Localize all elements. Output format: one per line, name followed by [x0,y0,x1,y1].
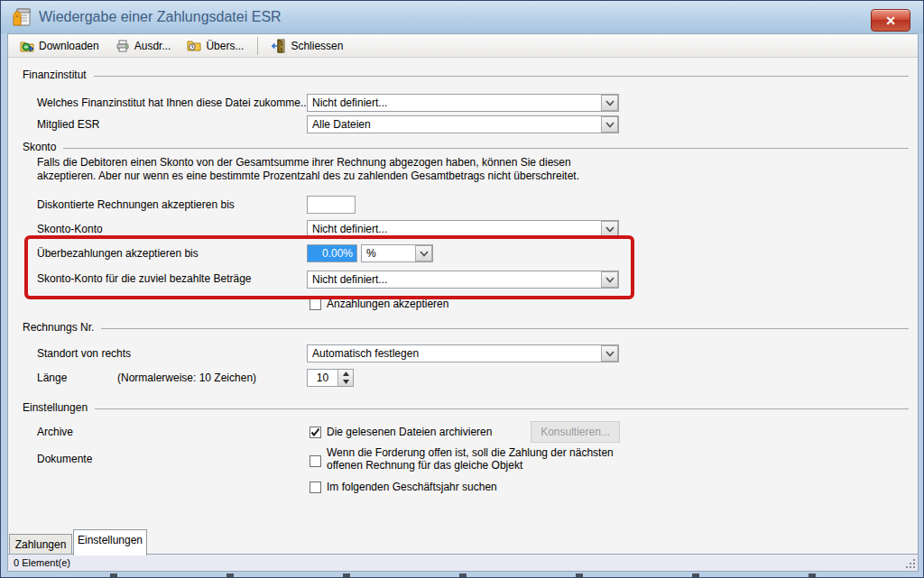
standort-combo[interactable]: Automatisch festlegen [307,344,619,362]
chevron-down-icon[interactable] [601,116,618,133]
dokumente-label: Dokumente [37,453,92,465]
skonto-group-header: Skonto [23,141,909,153]
chevron-down-icon[interactable] [601,345,618,362]
rechnung-group-header: Rechnungs Nr. [23,321,909,334]
archivieren-checkbox[interactable] [310,427,321,438]
group-divider-line [101,328,909,329]
laenge-input[interactable] [308,370,337,386]
ueberbezahlungen-label: Überbezahlungen akzeptieren bis [37,247,199,260]
mitglied-esr-combo[interactable]: Alle Dateien [307,115,619,133]
close-icon: ✕ [885,14,896,28]
chevron-down-icon[interactable] [415,245,432,261]
finanzinstitut-group-header: Finanzinstitut [23,69,909,81]
group-divider-line [95,408,909,409]
chevron-down-icon[interactable] [601,271,618,288]
laenge-spinner[interactable] [307,369,354,387]
rechnung-group-title: Rechnungs Nr. [23,321,94,334]
downloaden-label: Downloaden [39,40,99,52]
tab-strip: Zahlungen Einstellungen [8,529,918,555]
spin-up-icon[interactable] [338,370,353,378]
diskontierte-input[interactable] [307,196,356,214]
combo-value: Nicht definiert... [308,223,601,235]
laenge-label: Länge [37,372,67,384]
window-frame-bottom [1,573,923,577]
skonto-description: Falls die Debitoren einen Skonto von der… [37,156,625,183]
toolbar: Downloaden Ausdr... Übers... [8,34,918,58]
laenge-hint: (Normalerweise: 10 Zeichen) [117,372,256,384]
standort-label: Standort von rechts [37,347,131,360]
tab-einstellungen[interactable]: Einstellungen [73,529,147,555]
forderung-checkbox-label: Wenn die Forderung offen ist, soll die Z… [327,446,626,472]
tab-zahlungen-label: Zahlungen [15,538,67,551]
folder-clock-icon [187,39,201,53]
einstellungen-group-title: Einstellungen [23,401,88,414]
combo-value: % [362,247,415,260]
close-button[interactable]: ✕ [871,9,910,32]
skonto-konto-combo[interactable]: Nicht definiert... [307,220,619,238]
schliessen-label: Schliessen [291,40,343,52]
combo-value: Nicht definiert... [308,96,601,109]
downloaden-button[interactable]: Downloaden [12,36,107,56]
archive-label: Archive [37,426,73,438]
exit-door-icon [272,39,286,53]
finanzinstitut-quelle-label: Welches Finanzinstitut hat Ihnen diese D… [37,96,310,109]
konsultieren-label: Konsultieren... [541,426,610,438]
combo-value: Nicht definiert... [308,273,601,286]
ausdrucken-label: Ausdr... [134,40,171,52]
tab-einstellungen-label: Einstellungen [78,534,143,546]
checkmark-icon [310,427,320,437]
chevron-down-icon[interactable] [601,95,618,111]
zuviel-label: Skonto-Konto für die zuviel bezahlte Bet… [37,272,251,285]
dialog-client-area: Downloaden Ausdr... Übers... [7,33,919,572]
chevron-down-icon[interactable] [601,221,618,237]
status-bar: 0 Element(e) [8,554,918,571]
group-divider-line [94,76,909,77]
skonto-group-title: Skonto [23,141,56,153]
zuviel-combo[interactable]: Nicht definiert... [307,271,619,289]
group-divider-line [63,148,909,149]
status-text: 0 Element(e) [14,557,70,568]
schliessen-button[interactable]: Schliessen [263,36,351,56]
konsultieren-button[interactable]: Konsultieren... [531,421,620,443]
dialog-window: Wiedergabe einer Zahlungsdatei ESR ✕ Dow… [0,0,924,578]
einstellungen-group-header: Einstellungen [23,401,909,414]
mitglied-esr-label: Mitglied ESR [37,118,99,131]
archivieren-checkbox-label: Die gelesenen Dateien archivieren [327,426,492,438]
anzahlungen-checkbox-label: Anzahlungen akzeptieren [327,298,448,310]
ueberbezahlungen-input[interactable] [307,244,357,262]
payment-file-icon [12,7,32,27]
title-bar: Wiedergabe einer Zahlungsdatei ESR ✕ [1,1,923,33]
tab-zahlungen[interactable]: Zahlungen [9,534,72,555]
geschaeftsjahr-checkbox-label: Im folgenden Geschäftsjahr suchen [327,481,497,493]
ausdrucken-button[interactable]: Ausdr... [107,36,180,56]
printer-icon [116,39,130,53]
uebersetzen-button[interactable]: Übers... [179,36,252,56]
einheit-combo[interactable]: % [361,244,433,262]
geschaeftsjahr-checkbox[interactable] [310,482,321,493]
window-title: Wiedergabe einer Zahlungsdatei ESR [39,9,282,25]
diskontierte-label: Diskontierte Rechnungen akzeptieren bis [37,198,235,211]
skonto-konto-label: Skonto-Konto [37,223,103,235]
uebersetzen-label: Übers... [206,40,244,52]
resize-grip[interactable] [905,558,916,569]
forderung-checkbox[interactable] [310,455,321,467]
spin-down-icon[interactable] [338,378,353,386]
anzahlungen-checkbox[interactable] [310,298,321,310]
combo-value: Automatisch festlegen [308,347,601,360]
combo-value: Alle Dateien [308,118,601,131]
finanzinstitut-group-title: Finanzinstitut [23,69,87,81]
finanzinstitut-quelle-combo[interactable]: Nicht definiert... [307,94,619,112]
download-icon [20,39,34,53]
toolbar-separator [257,37,258,55]
